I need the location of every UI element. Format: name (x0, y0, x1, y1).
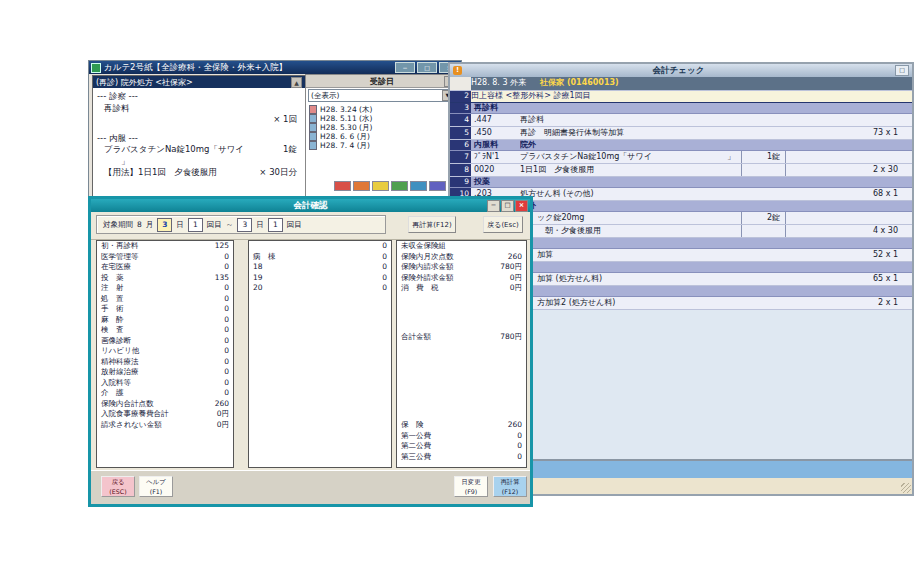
count-from-input[interactable]: 1 (188, 218, 203, 232)
quantity-cell (786, 114, 912, 126)
visit-filter-select[interactable]: (全表示) ▼ (308, 89, 456, 102)
document-icon (309, 123, 317, 132)
color-tab-button[interactable] (429, 181, 446, 191)
quantity-cell: 65 x 1 (786, 273, 912, 285)
charge-row[interactable]: 2 田上容様 <整形外科> 診療1回目 (450, 91, 912, 103)
visit-panel-titlebar: 受診日 × (306, 75, 458, 88)
karte-line: プラバスタチンNa錠10mg「サワイ1錠 (97, 144, 301, 156)
minimize-icon[interactable]: − (395, 62, 415, 73)
day-to-input[interactable]: 3 (237, 218, 252, 232)
fee-row: 放射線治療 0 (97, 367, 233, 378)
count-to-input[interactable]: 1 (268, 218, 283, 232)
charge-row[interactable]: 9 投薬 (450, 177, 912, 188)
fee-value: 0円 (217, 420, 229, 431)
billing-value: 780円 (500, 262, 522, 273)
item-code: .447 (471, 114, 520, 126)
fee-label: 画像診断 (101, 336, 131, 347)
karte-line: 」 (97, 156, 301, 168)
period-count-unit2: 回目 (287, 220, 302, 230)
help-button[interactable]: ヘルプ (F1) (139, 476, 173, 497)
back-button[interactable]: 戻る (ESC) (101, 476, 135, 497)
item-text-cell: 田上容様 <整形外科> 診療1回目 (471, 91, 743, 102)
back-button[interactable]: 戻る(Esc) (483, 216, 523, 233)
charge-row[interactable]: 7 ﾌﾟﾗN'1 プラバスタチンNa錠10mg「サワイ 」 1錠 (450, 151, 912, 164)
charge-row[interactable]: 6 内服料 院外 (450, 140, 912, 151)
fee-label: 検 査 (101, 325, 124, 336)
charge-row[interactable]: 8 0020 1日1回 夕食後服用 2 x 30 (450, 164, 912, 177)
unit-cell: 2錠 (741, 212, 785, 224)
item-text-cell: 院外 (520, 140, 743, 150)
item-text-cell (537, 238, 743, 248)
billing-row: 保険内請求金額 780円 (397, 262, 526, 273)
quantity-cell: 52 x 1 (786, 249, 912, 261)
billing-label: 保険内請求金額 (401, 262, 454, 273)
karte-line: --- 内服 --- (97, 133, 301, 145)
period-day-unit: 日 (176, 220, 184, 230)
restore-icon[interactable]: □ (895, 65, 909, 76)
karte-line: --- 診察 --- (97, 91, 301, 103)
fee-row: 麻 酔 0 (97, 315, 233, 326)
color-tab-button[interactable] (391, 181, 408, 191)
item-text: H28. 8. 3 外来 (471, 77, 526, 90)
period-group: 対象期間 8 月 3 日 1 回目 ～ 3 日 1 回目 (96, 215, 386, 234)
item-text: 再診 明細書発行体制等加算 (520, 127, 624, 139)
karte-titlebar[interactable]: カルテ2号紙【全診療科・全保険・外来+入院】 − □ × (89, 61, 461, 74)
charge-row[interactable]: 5 .450 再診 明細書発行体制等加算 73 x 1 (450, 127, 912, 140)
scroll-up-icon[interactable]: ▲ (291, 77, 302, 88)
period-month: 8 (137, 220, 142, 229)
fee-row: 請求されない金額 0円 (97, 420, 233, 431)
color-tab-button[interactable] (353, 181, 370, 191)
charge-row[interactable]: 3 再診料 (450, 103, 912, 114)
unit-cell (743, 238, 786, 248)
color-tab-button[interactable] (372, 181, 389, 191)
quantity-cell: 4 x 30 (785, 225, 912, 237)
quantity-cell (786, 77, 912, 90)
insurance-value: 0 (517, 441, 522, 452)
fee-label: 処 置 (101, 294, 124, 305)
item-code: 内服料 (471, 140, 520, 150)
fee-label: 在宅医療 (101, 262, 131, 273)
quantity-cell (785, 151, 912, 163)
minimize-icon[interactable]: − (487, 200, 500, 212)
day-from-input[interactable]: 3 (157, 218, 172, 232)
fee-value: 0 (224, 357, 229, 368)
recalculate-button[interactable]: 再計算(F12) (408, 216, 456, 233)
accounting-confirm-titlebar[interactable]: 会計確認 − □ × (91, 199, 530, 212)
maximize-icon[interactable]: □ (417, 62, 437, 73)
fee-label: 精神科療法 (101, 357, 139, 368)
date-change-button[interactable]: 日変更 (F9) (454, 476, 488, 497)
item-text-cell (520, 177, 743, 187)
visit-date-item[interactable]: H28. 7. 4 (月) (309, 141, 455, 150)
recalculate-button[interactable]: 再計算 (F12) (493, 476, 527, 497)
maximize-icon[interactable]: □ (501, 200, 514, 212)
accounting-check-titlebar[interactable]: ! 会計チェック □ (450, 64, 912, 78)
insurance-row: 第二公費 0 (397, 441, 526, 452)
fee-label: 注 射 (101, 283, 124, 294)
item-text: 朝・夕食後服用 (537, 225, 601, 237)
item-text-highlight: 社保家 (01460013) (540, 77, 619, 90)
color-tab-button[interactable] (334, 181, 351, 191)
fee-value: 0 (224, 252, 229, 263)
charge-row[interactable]: 4 .447 再診料 (450, 114, 912, 127)
unit-cell (743, 114, 786, 126)
resize-grip[interactable] (901, 483, 911, 493)
karte-entry-header[interactable]: (再診) 院外処方 <社保家> ▲ (93, 76, 305, 88)
billing-label: 保険内月次点数 (401, 252, 454, 263)
unit-cell (743, 188, 786, 200)
billing-label: 消 費 税 (401, 283, 439, 294)
fee-value: 0円 (217, 409, 229, 420)
fee-value: 0 (224, 346, 229, 357)
charge-row[interactable]: H28. 8. 3 外来 社保家 (01460013) (450, 77, 912, 91)
fee-label: 手 術 (101, 304, 124, 315)
row-number: 7 (450, 151, 471, 163)
color-tab-button[interactable] (410, 181, 427, 191)
item-text: 1日1回 夕食後服用 (520, 164, 594, 176)
insurance-label: 保 険 (401, 420, 424, 431)
fee-row: 精神科療法 0 (97, 357, 233, 368)
item-text: 再診料 (520, 114, 544, 126)
accounting-confirm-title: 会計確認 (91, 200, 530, 212)
close-icon[interactable]: × (515, 200, 528, 212)
ward-value: 0 (382, 241, 387, 252)
fee-label: 入院食事療養費合計 (101, 409, 169, 420)
period-count-unit: 回目 (207, 220, 222, 230)
